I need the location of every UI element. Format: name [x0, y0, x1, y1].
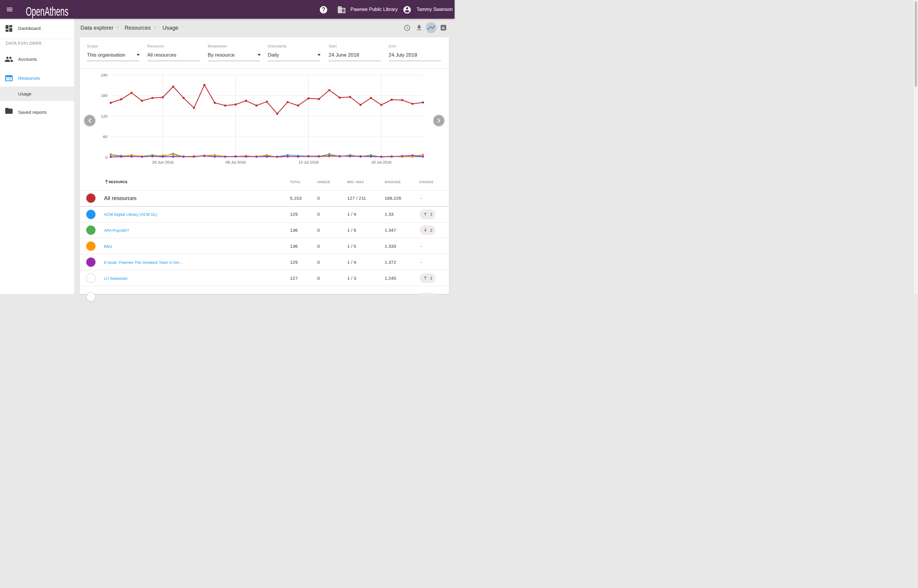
- svg-text:60: 60: [103, 134, 107, 139]
- svg-text:06 Jul 2018: 06 Jul 2018: [226, 160, 246, 165]
- svg-text:13 Jul 2018: 13 Jul 2018: [298, 160, 319, 165]
- svg-text:240: 240: [101, 73, 108, 78]
- svg-text:29 Jun 2018: 29 Jun 2018: [152, 160, 173, 165]
- svg-text:20 Jul 2018: 20 Jul 2018: [371, 160, 392, 165]
- svg-text:0: 0: [105, 155, 108, 160]
- svg-text:180: 180: [101, 94, 108, 98]
- svg-text:120: 120: [101, 114, 108, 118]
